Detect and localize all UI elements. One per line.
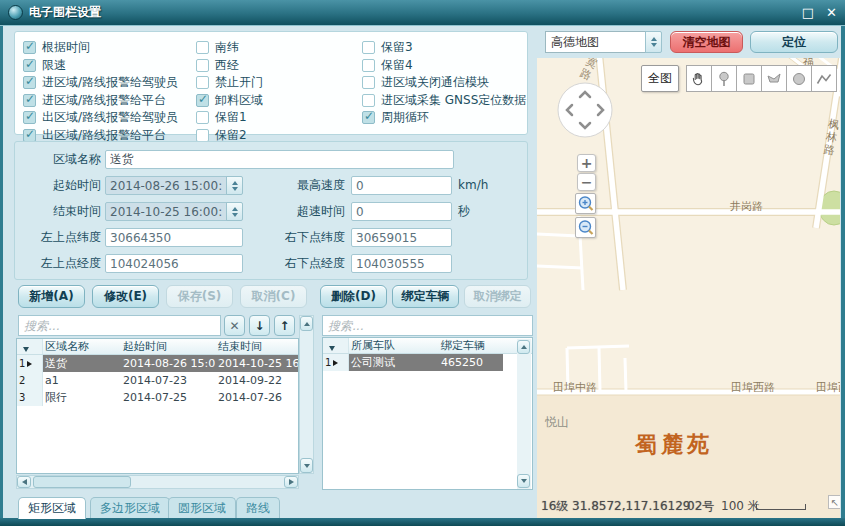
locate-button[interactable]: 定位 (750, 31, 838, 53)
checkbox[interactable] (362, 76, 375, 89)
fence-option[interactable]: 周期循环 (362, 109, 526, 127)
column-header-end-time[interactable]: 结束时间 (216, 339, 298, 354)
fence-option[interactable]: 进区域/路线报警给平台 (23, 92, 178, 110)
start-time-stepper[interactable] (226, 176, 243, 195)
save-button[interactable]: 保存(S) (166, 285, 233, 308)
fence-option[interactable]: 进区域/路线报警给驾驶员 (23, 74, 178, 92)
scroll-up-button[interactable] (300, 316, 313, 331)
checkbox[interactable] (362, 59, 375, 72)
tab-rectangle-area[interactable]: 矩形区域 (18, 497, 86, 519)
fence-option[interactable]: 进区域采集 GNSS定位数据 (362, 92, 526, 110)
area-table-hscrollbar[interactable] (16, 475, 299, 489)
area-row[interactable]: 2 a1 2014-07-23 2014-09-22 (17, 372, 298, 389)
fence-option[interactable]: 保留4 (362, 57, 526, 75)
checkbox[interactable] (196, 129, 209, 142)
delete-button[interactable]: 删除(D) (320, 285, 387, 308)
column-header-area-name[interactable]: 区域名称 (43, 339, 121, 354)
filter-header-cell[interactable] (17, 339, 43, 354)
checkbox[interactable] (362, 41, 375, 54)
sort-icon[interactable] (329, 346, 335, 351)
polygon-tool-button[interactable] (761, 65, 787, 92)
scroll-down-button[interactable] (517, 474, 530, 488)
checkbox[interactable] (23, 129, 36, 142)
clear-map-button[interactable]: 清空地图 (670, 31, 743, 53)
scroll-right-button[interactable] (284, 476, 298, 488)
map-provider-stepper[interactable] (645, 31, 662, 53)
scroll-up-button[interactable] (517, 340, 530, 354)
move-up-button[interactable]: ↑ (274, 315, 295, 336)
checkbox[interactable] (196, 111, 209, 124)
tab-route[interactable]: 路线 (236, 497, 280, 518)
step-down-icon[interactable] (232, 213, 238, 217)
zoom-in-button[interactable]: + (577, 154, 596, 172)
area-row[interactable]: 3 限行 2014-07-25 2014-07-26 (17, 389, 298, 406)
sort-icon[interactable] (23, 347, 29, 352)
fence-option[interactable]: 保留3 (362, 39, 526, 57)
overspeed-time-input[interactable] (351, 202, 452, 221)
scroll-left-button[interactable] (17, 476, 31, 488)
checkbox[interactable] (196, 94, 209, 107)
checkbox[interactable] (23, 111, 36, 124)
fleet-search-input[interactable] (322, 315, 533, 336)
checkbox[interactable] (362, 94, 375, 107)
step-down-icon[interactable] (232, 187, 238, 191)
area-search-input[interactable] (18, 315, 221, 336)
tab-polygon-area[interactable]: 多边形区域 (90, 497, 170, 518)
cancel-button[interactable]: 取消(C) (240, 285, 307, 308)
checkbox[interactable] (196, 59, 209, 72)
bottomright-lat-input[interactable] (351, 228, 452, 247)
start-time-input[interactable] (105, 176, 227, 195)
map-provider-select[interactable]: 高德地图 (545, 31, 646, 53)
scroll-down-button[interactable] (300, 458, 313, 473)
end-time-stepper[interactable] (226, 202, 243, 221)
end-time-input[interactable] (105, 202, 227, 221)
pan-tool-button[interactable] (686, 65, 712, 92)
checkbox[interactable] (23, 41, 36, 54)
area-name-input[interactable] (105, 150, 454, 169)
fence-option[interactable]: 西经 (196, 57, 263, 75)
column-header-fleet[interactable]: 所属车队 (349, 338, 439, 353)
checkbox[interactable] (23, 59, 36, 72)
unbind-button[interactable]: 取消绑定 (464, 285, 531, 308)
bottomright-lng-input[interactable] (351, 254, 452, 273)
area-row[interactable]: 1 送货 2014-08-26 15:0 2014-10-25 16:0 (17, 355, 298, 372)
circle-tool-button[interactable] (786, 65, 812, 92)
titlebar[interactable]: 电子围栏设置 □ ✕ (0, 0, 845, 26)
area-table-vscrollbar[interactable] (299, 315, 314, 474)
checkbox[interactable] (362, 111, 375, 124)
column-header-start-time[interactable]: 起始时间 (121, 339, 216, 354)
move-down-button[interactable]: ↓ (249, 315, 270, 336)
step-up-icon[interactable] (232, 181, 238, 185)
topleft-lng-input[interactable] (105, 254, 243, 273)
checkbox[interactable] (23, 76, 36, 89)
checkbox[interactable] (196, 41, 209, 54)
fence-option[interactable]: 进区域关闭通信模块 (362, 74, 526, 92)
max-speed-input[interactable] (351, 176, 452, 195)
checkbox[interactable] (23, 94, 36, 107)
pan-control[interactable] (557, 82, 613, 142)
fence-option[interactable]: 卸料区域 (196, 92, 263, 110)
rectangle-tool-button[interactable] (736, 65, 762, 92)
topleft-lat-input[interactable] (105, 228, 243, 247)
maximize-button[interactable]: □ (802, 6, 814, 19)
full-view-button[interactable]: 全图 (641, 65, 679, 92)
fence-option[interactable]: 南纬 (196, 39, 263, 57)
fence-option[interactable]: 保留1 (196, 109, 263, 127)
fleet-table-vscrollbar[interactable] (517, 339, 531, 489)
fence-option[interactable]: 根据时间 (23, 39, 178, 57)
magnifier-zoom-out-button[interactable] (575, 217, 596, 238)
map-canvas[interactable]: 寞路 福 枫林路 井岗路 田埠中路 田埠西路 田埠西 悦山 蜀麓苑 全图 (537, 58, 840, 518)
step-up-icon[interactable] (232, 207, 238, 211)
clear-search-button[interactable]: ✕ (224, 315, 245, 336)
magnifier-zoom-in-button[interactable] (575, 193, 596, 214)
hscroll-thumb[interactable] (33, 476, 131, 488)
fence-option[interactable]: 禁止开门 (196, 74, 263, 92)
filter-header-cell[interactable] (323, 338, 349, 353)
polyline-tool-button[interactable] (811, 65, 837, 92)
fence-option[interactable]: 出区域/路线报警给驾驶员 (23, 109, 178, 127)
zoom-out-button[interactable]: − (577, 173, 596, 191)
checkbox[interactable] (196, 76, 209, 89)
modify-button[interactable]: 修改(E) (92, 285, 159, 308)
close-button[interactable]: ✕ (826, 6, 837, 19)
tab-circle-area[interactable]: 圆形区域 (168, 497, 236, 518)
